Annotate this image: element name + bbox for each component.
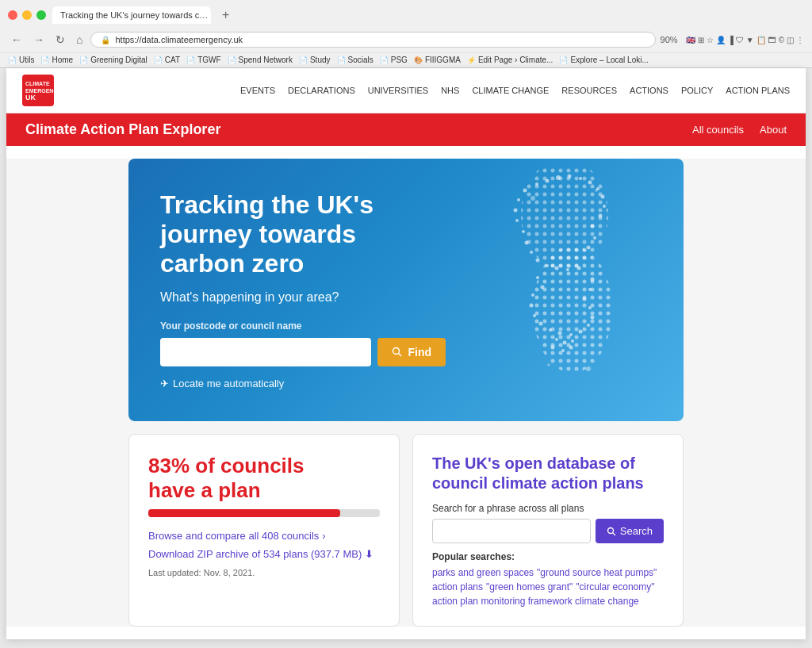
menu-icon[interactable]: ⋮: [796, 36, 804, 44]
browser-tab[interactable]: Tracking the UK's journey towards c… ×: [52, 6, 211, 24]
bookmark-tgwf[interactable]: 📄 TGWF: [186, 56, 220, 64]
svg-point-51: [583, 297, 587, 301]
popular-searches-label: Popular searches:: [432, 551, 664, 562]
profile-icon[interactable]: 👤: [716, 36, 726, 44]
close-window-button[interactable]: [8, 10, 17, 20]
svg-point-59: [569, 346, 573, 350]
url-text: https://data.climateemergency.uk: [115, 35, 243, 44]
svg-point-25: [514, 209, 518, 213]
nav-action-plans[interactable]: ACTION PLANS: [726, 86, 790, 95]
grid-icon[interactable]: ⊞: [698, 36, 704, 44]
bookmark-socials[interactable]: 📄 Socials: [337, 56, 373, 64]
refresh-button[interactable]: ↻: [52, 32, 68, 48]
svg-point-39: [541, 286, 545, 289]
svg-point-37: [577, 266, 581, 270]
download-icon: ⬇: [365, 548, 373, 560]
bookmark-psg[interactable]: 📄 PSG: [380, 56, 408, 64]
maximize-window-button[interactable]: [36, 10, 46, 20]
back-button[interactable]: ←: [8, 32, 25, 48]
search-icon: [607, 527, 616, 536]
tab-title: Tracking the UK's journey towards c…: [60, 10, 208, 20]
svg-point-49: [591, 316, 595, 320]
new-tab-button[interactable]: +: [217, 6, 234, 24]
popular-link-2[interactable]: action plans: [432, 581, 483, 592]
bookmark-cat[interactable]: 📄 CAT: [154, 56, 180, 64]
download-zip-link[interactable]: Download ZIP archive of 534 plans (937.7…: [148, 548, 380, 560]
lock-icon: 🔒: [101, 36, 110, 44]
ext2-icon[interactable]: 📋: [756, 36, 766, 44]
popular-link-3[interactable]: "green homes grant": [486, 581, 573, 592]
nav-universities[interactable]: UNIVERSITIES: [368, 86, 428, 95]
home-button[interactable]: ⌂: [73, 32, 86, 48]
minimize-window-button[interactable]: [22, 10, 32, 20]
stat-text: 83% of councils have a plan: [148, 454, 380, 503]
red-banner: Climate Action Plan Explorer All council…: [6, 113, 806, 146]
nav-climate-change[interactable]: CLIMATE CHANGE: [472, 86, 549, 95]
nav-policy[interactable]: POLICY: [681, 86, 713, 95]
bookmark-study[interactable]: 📄 Study: [299, 56, 331, 64]
progress-bar-background: [148, 509, 380, 517]
nav-events[interactable]: EVENTS: [240, 86, 275, 95]
search-button[interactable]: Search: [596, 519, 664, 543]
bookmark-figma[interactable]: 🎨 FIIIGGMA: [414, 56, 461, 64]
bookmark-greening[interactable]: 📄 Greening Digital: [79, 56, 147, 64]
stats-card: 83% of councils have a plan Browse and c…: [128, 434, 400, 627]
svg-point-15: [546, 179, 550, 183]
svg-point-29: [587, 246, 591, 250]
site-header: CLIMATE EMERGENCY UK EVENTS DECLARATIONS…: [6, 68, 806, 113]
ext4-icon[interactable]: ©: [779, 36, 784, 44]
popular-link-1[interactable]: "ground source heat pumps": [537, 567, 657, 578]
url-bar[interactable]: 🔒 https://data.climateemergency.uk: [90, 32, 655, 48]
about-link[interactable]: About: [760, 124, 787, 136]
svg-point-31: [525, 241, 529, 245]
svg-point-56: [571, 339, 574, 343]
zoom-level: 90%: [661, 35, 678, 44]
svg-point-38: [536, 276, 539, 279]
nav-nhs[interactable]: NHS: [441, 86, 459, 95]
svg-point-8: [533, 246, 612, 373]
hero-search-row: Find: [160, 338, 446, 366]
logo-icon: CLIMATE EMERGENCY UK: [22, 75, 54, 106]
ext1-icon[interactable]: ▼: [746, 36, 754, 44]
svg-point-34: [546, 264, 549, 267]
shield-icon[interactable]: 🛡: [736, 36, 744, 44]
svg-point-58: [561, 349, 565, 352]
stats-icon[interactable]: ▐: [728, 36, 733, 44]
nav-resources[interactable]: RESOURCES: [561, 86, 617, 95]
bookmark-explore[interactable]: 📄 Explore – Local Loki...: [559, 56, 648, 64]
logo-area[interactable]: CLIMATE EMERGENCY UK: [22, 75, 54, 106]
svg-point-46: [569, 333, 573, 336]
all-councils-link[interactable]: All councils: [692, 124, 744, 136]
nav-actions[interactable]: ACTIONS: [630, 86, 668, 95]
forward-button[interactable]: →: [30, 32, 48, 48]
svg-point-53: [591, 278, 595, 282]
hero-content: Tracking the UK's journey towards carbon…: [160, 190, 446, 389]
popular-link-0[interactable]: parks and green spaces: [432, 567, 534, 578]
svg-point-19: [588, 181, 592, 185]
bookmark-home[interactable]: 📄 Home: [40, 56, 73, 64]
svg-text:UK: UK: [25, 94, 36, 102]
svg-point-33: [536, 259, 540, 263]
website-container: CLIMATE EMERGENCY UK EVENTS DECLARATIONS…: [6, 68, 806, 639]
svg-point-30: [522, 230, 525, 233]
nav-declarations[interactable]: DECLARATIONS: [288, 86, 355, 95]
popular-link-5[interactable]: action plan monitoring framework climate…: [432, 596, 639, 607]
banner-title: Climate Action Plan Explorer: [25, 121, 220, 138]
bookmarks-bar: 📄 Utils 📄 Home 📄 Greening Digital 📄 CAT …: [0, 52, 812, 67]
bookmark-spend[interactable]: 📄 Spend Network: [228, 56, 293, 64]
ext3-icon[interactable]: 🗔: [768, 36, 776, 44]
svg-point-16: [556, 175, 561, 180]
browse-councils-link[interactable]: Browse and compare all 408 councils ›: [148, 530, 380, 542]
popular-link-4[interactable]: "circular economy": [576, 581, 654, 592]
postcode-input[interactable]: [160, 338, 371, 366]
bookmark-edit[interactable]: ⚡ Edit Page › Climate...: [467, 56, 553, 64]
bookmark-utils[interactable]: 📄 Utils: [8, 56, 34, 64]
ext5-icon[interactable]: ◫: [787, 36, 794, 44]
find-button[interactable]: Find: [377, 338, 446, 366]
svg-point-57: [551, 346, 555, 350]
phrase-search-input[interactable]: [432, 519, 591, 543]
svg-point-44: [549, 328, 552, 332]
star-icon[interactable]: ☆: [707, 36, 714, 44]
svg-point-13: [523, 189, 527, 193]
locate-me-link[interactable]: ✈ Locate me automatically: [160, 378, 446, 389]
